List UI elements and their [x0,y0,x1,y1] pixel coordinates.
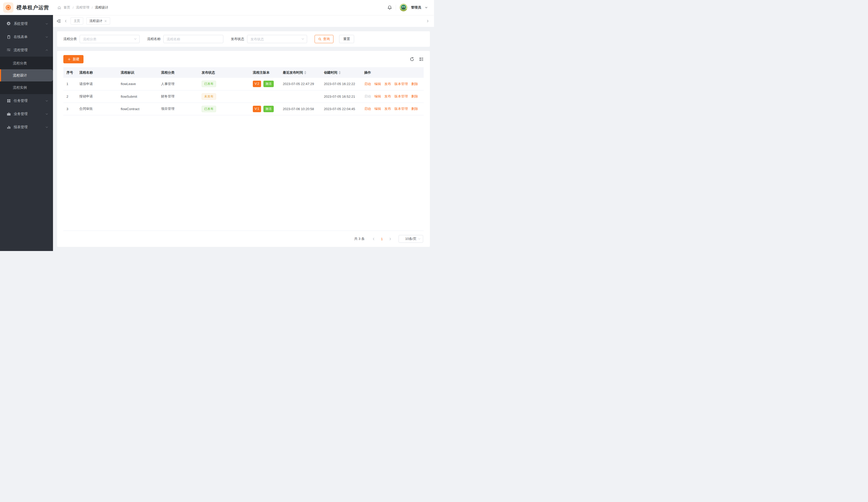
cell-main-version: V:1激活 [250,103,280,115]
col-header-create-time: 创建时间 [321,67,361,78]
create-button[interactable]: 新建 [63,55,83,63]
sidebar-item-report-management[interactable]: 报表管理 [0,121,53,134]
table-toolbar: 新建 [63,55,424,63]
delete-action[interactable]: 删除 [411,107,418,111]
gear-icon [7,21,11,26]
version-manage-action[interactable]: 版本管理 [394,82,408,86]
sidebar-item-flow-design[interactable]: 流程设计 [0,69,53,81]
query-button-label: 查询 [323,37,330,41]
next-page-icon[interactable] [386,237,394,240]
sort-icons[interactable] [339,71,341,74]
close-icon[interactable] [104,20,107,22]
status-select-input[interactable] [247,35,307,43]
plus-icon [68,58,71,61]
col-header-key: 流程标识 [117,67,158,78]
status-select[interactable] [247,35,307,43]
notification-bell-icon[interactable] [387,5,392,10]
flow-table: 序号 流程名称 流程标识 流程分类 发布状态 流程主版本 最近发布时间 创建时间 [63,67,424,115]
sidebar-item-business-management[interactable]: 业务管理 [0,107,53,121]
tabs-scroll-right-icon[interactable] [426,19,429,23]
query-button[interactable]: 查询 [314,35,333,43]
published-tag: 已发布 [202,81,216,87]
table-row: 2 报销申请 flowSubmit 财务管理 未发布 2023-07-05 16… [63,90,424,103]
category-select[interactable] [80,35,140,43]
tab-home[interactable]: 主页 [71,17,83,24]
start-action[interactable]: 启动 [364,107,371,111]
page-number[interactable]: 1 [378,237,386,241]
category-select-input[interactable] [80,35,140,43]
cell-publish-time: 2023-07-06 10:20:58 [280,103,321,115]
edit-action[interactable]: 编辑 [374,107,381,111]
cell-key: flowSubmit [117,90,158,103]
cell-create-time: 2023-07-05 16:52:21 [321,90,361,103]
cell-name: 请假申请 [76,78,117,90]
header-divider [396,5,396,10]
edit-action[interactable]: 编辑 [374,82,381,86]
publish-action[interactable]: 发布 [384,82,391,86]
pagination: 共 3 条 1 10条/页 [63,231,424,247]
delete-action[interactable]: 删除 [411,94,418,98]
row-density-icon[interactable] [419,57,424,62]
col-header-main-version: 流程主版本 [250,67,280,78]
col-header-actions: 操作 [361,67,424,78]
user-name[interactable]: 管理员 [411,5,421,10]
cell-key: flowLeave [117,78,158,90]
table-row: 1 请假申请 flowLeave 人事管理 已发布 V:2激活 2023-07-… [63,78,424,90]
sidebar-item-flow-management[interactable]: 流程管理 [0,43,53,57]
reset-button[interactable]: 重置 [339,35,354,43]
page-size-select[interactable]: 10条/页 [399,235,423,243]
col-header-label: 创建时间 [324,71,337,74]
delete-action[interactable]: 删除 [411,82,418,86]
chevron-down-icon[interactable] [425,6,428,9]
bar-chart-icon [7,125,11,129]
prev-page-icon[interactable] [369,237,378,240]
refresh-icon[interactable] [410,57,414,62]
unpublished-tag: 未发布 [202,93,216,100]
collapse-sidebar-icon[interactable] [56,19,61,23]
chevron-down-icon [45,99,48,102]
sidebar-item-label: 流程管理 [14,48,45,52]
table-empty-space [63,115,424,231]
sidebar-item-flow-category[interactable]: 流程分类 [0,57,53,69]
sidebar-item-task-management[interactable]: 任务管理 [0,94,53,107]
col-header-category: 流程分类 [158,67,198,78]
cell-index: 1 [63,78,76,90]
sort-icons[interactable] [304,71,306,74]
breadcrumb-separator: / [92,6,93,10]
form-icon [7,35,11,39]
tab-label: 主页 [74,19,80,23]
flow-management-submenu: 流程分类 流程设计 流程实例 [0,57,53,94]
version-manage-action[interactable]: 版本管理 [394,107,408,111]
cell-publish-status: 已发布 [198,103,250,115]
search-icon [318,38,322,41]
breadcrumb-current: 流程设计 [95,5,108,10]
breadcrumb-home[interactable]: 首页 [64,5,70,10]
sidebar-item-label: 任务管理 [14,99,45,103]
tab-bar: 主页 流程设计 [53,15,434,27]
breadcrumb-flow-management[interactable]: 流程管理 [76,5,90,10]
home-icon [58,6,61,10]
tab-flow-design[interactable]: 流程设计 [86,17,110,24]
sidebar-item-online-forms[interactable]: 在线表单 [0,30,53,43]
cell-index: 3 [63,103,76,115]
sidebar-item-label: 报表管理 [14,125,45,130]
chevron-down-icon [45,22,48,25]
sidebar-item-flow-instance[interactable]: 流程实例 [0,81,53,94]
publish-action[interactable]: 发布 [384,107,391,111]
tabs-scroll-left-icon[interactable] [64,19,68,23]
cell-index: 2 [63,90,76,103]
edit-action[interactable]: 编辑 [374,94,381,98]
filter-group-status: 发布状态 [231,35,307,43]
sidebar-item-system[interactable]: 系统管理 [0,17,53,30]
start-action[interactable]: 启动 [364,82,371,86]
active-state-tag: 激活 [264,81,274,87]
cell-create-time: 2023-07-05 22:04:45 [321,103,361,115]
publish-action[interactable]: 发布 [384,94,391,98]
flow-name-field[interactable] [163,35,223,43]
chevron-down-icon [45,126,48,129]
version-manage-action[interactable]: 版本管理 [394,94,408,98]
table-row: 3 合同审批 flowContract 项目管理 已发布 V:1激活 2023-… [63,103,424,115]
avatar[interactable] [400,4,407,11]
flow-name-input[interactable] [163,35,223,43]
col-header-label: 最近发布时间 [283,71,303,74]
